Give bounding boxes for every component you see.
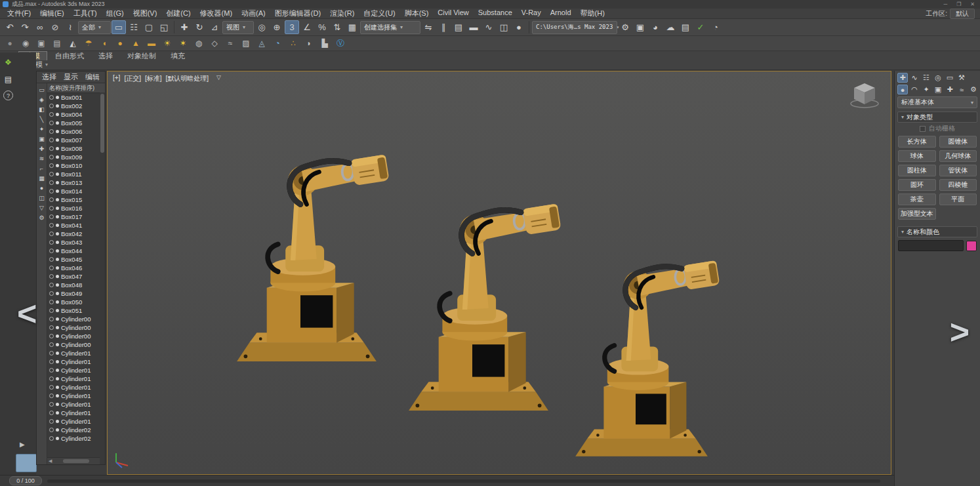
menu-item[interactable]: Substance: [474, 9, 517, 18]
visibility-eye-icon[interactable]: [49, 240, 54, 245]
object-name[interactable]: Box041: [61, 222, 82, 229]
ribbon-tab[interactable]: 对象绘制: [121, 52, 163, 60]
umbrella-light-icon[interactable]: ☂: [81, 37, 96, 50]
explorer-menu-item[interactable]: 显示: [64, 72, 78, 82]
schematic-view-icon[interactable]: ◫: [497, 20, 511, 34]
list-item[interactable]: Box009: [47, 153, 105, 161]
menu-item[interactable]: 脚本(S): [400, 9, 434, 18]
visibility-eye-icon[interactable]: [49, 342, 54, 347]
visibility-eye-icon[interactable]: [49, 266, 54, 270]
object-name-field[interactable]: [898, 240, 964, 251]
object-name[interactable]: Cylinder01: [61, 375, 91, 382]
selection-region-icon[interactable]: ▢: [142, 20, 156, 34]
time-slider-track[interactable]: [47, 479, 880, 483]
spinner-snap-icon[interactable]: ⇅: [330, 20, 344, 34]
list-item[interactable]: Box051: [47, 306, 105, 315]
cameras-category-icon[interactable]: ▣: [933, 85, 943, 94]
object-name[interactable]: Box042: [61, 230, 82, 237]
object-name[interactable]: Box013: [61, 179, 82, 186]
layer-explorer-icon[interactable]: ▤: [451, 20, 466, 34]
visibility-eye-icon[interactable]: [49, 104, 54, 108]
menu-item[interactable]: Arnold: [546, 9, 576, 18]
visibility-eye-icon[interactable]: [49, 308, 54, 313]
object-name[interactable]: Box002: [61, 102, 82, 110]
list-item[interactable]: Cylinder01: [47, 417, 105, 426]
display-helpers-icon[interactable]: ✚: [37, 144, 46, 153]
display-lights-icon[interactable]: ✦: [37, 125, 46, 133]
helpers-category-icon[interactable]: ✚: [945, 85, 955, 94]
visibility-eye-icon[interactable]: [49, 300, 54, 304]
display-geometry-icon[interactable]: ◧: [37, 105, 46, 113]
list-item[interactable]: Box047: [47, 272, 105, 281]
object-name[interactable]: Box009: [61, 153, 82, 161]
ribbon-tab[interactable]: 选择: [92, 52, 119, 60]
list-item[interactable]: Box005: [47, 119, 105, 127]
menu-item[interactable]: Civil View: [433, 9, 473, 18]
object-name[interactable]: Cylinder00: [61, 341, 91, 348]
marker-icon[interactable]: ◉: [18, 37, 33, 50]
object-name[interactable]: Cylinder00: [61, 315, 91, 323]
visibility-eye-icon[interactable]: [49, 325, 54, 330]
list-item[interactable]: Cylinder01: [47, 409, 105, 417]
object-name[interactable]: Cylinder01: [61, 409, 91, 416]
menu-item[interactable]: 组(G): [102, 9, 129, 18]
menu-item[interactable]: 编辑(E): [35, 9, 69, 18]
visibility-eye-icon[interactable]: [49, 274, 54, 279]
list-item[interactable]: Box046: [47, 264, 105, 272]
view-cube[interactable]: [847, 79, 882, 110]
scrollbar-thumb[interactable]: [63, 459, 89, 463]
prism-icon[interactable]: ◭: [66, 37, 80, 50]
robot-arm-models[interactable]: [108, 71, 891, 474]
menu-item[interactable]: 渲染(R): [325, 9, 359, 18]
list-item[interactable]: Box010: [47, 161, 105, 170]
menu-item[interactable]: 修改器(M): [195, 9, 237, 18]
viewport-label[interactable]: [正交]: [124, 74, 141, 83]
visibility-eye-icon[interactable]: [49, 121, 54, 125]
hatch-box-icon[interactable]: ▨: [239, 37, 253, 50]
list-item[interactable]: Cylinder00: [47, 340, 105, 349]
object-name[interactable]: Box010: [61, 162, 82, 169]
object-name[interactable]: Cylinder02: [61, 426, 91, 434]
list-item[interactable]: Box044: [47, 247, 105, 255]
robot-arm-1[interactable]: [237, 154, 390, 361]
primitive-button[interactable]: 圆柱体: [898, 165, 936, 176]
help-icon[interactable]: ?: [3, 91, 13, 100]
primitive-button[interactable]: 四棱锥: [939, 179, 977, 191]
visibility-eye-icon[interactable]: [49, 351, 54, 355]
visibility-eye-icon[interactable]: [49, 257, 54, 262]
workspace-value[interactable]: 默认: [950, 9, 975, 19]
list-item[interactable]: Cylinder02: [47, 434, 105, 443]
list-item[interactable]: Box045: [47, 255, 105, 264]
material-editor-icon[interactable]: ●: [512, 20, 526, 34]
rollout-header[interactable]: 名称和颜色: [897, 226, 977, 237]
window-crossing-icon[interactable]: ◱: [157, 20, 171, 34]
visibility-eye-icon[interactable]: [49, 249, 54, 253]
undo-icon[interactable]: ↶: [3, 20, 17, 34]
mirror-icon[interactable]: ⇋: [421, 20, 436, 34]
ribbon-tab[interactable]: 填充: [164, 52, 192, 60]
display-bones-icon[interactable]: ⌐: [37, 164, 46, 172]
bind-to-spacewarp-icon[interactable]: ≀: [63, 20, 77, 34]
explorer-settings-icon[interactable]: ⚙: [37, 213, 46, 222]
star-light-icon[interactable]: ✶: [176, 37, 190, 50]
visibility-eye-icon[interactable]: [49, 138, 54, 142]
visibility-eye-icon[interactable]: [49, 172, 54, 176]
primitive-button[interactable]: 圆环: [898, 179, 936, 191]
align-icon[interactable]: ∥: [436, 20, 451, 34]
camera-tool-icon[interactable]: ▣: [34, 37, 49, 50]
list-item[interactable]: Box041: [47, 221, 105, 230]
object-name[interactable]: Box011: [61, 171, 82, 178]
object-name[interactable]: Cylinder01: [61, 367, 91, 374]
list-item[interactable]: Cylinder01: [47, 349, 105, 357]
display-cameras-icon[interactable]: ▣: [37, 134, 46, 143]
display-containers-icon[interactable]: ▦: [37, 174, 46, 182]
render-gallery-icon[interactable]: ▤: [678, 20, 693, 34]
select-and-link-icon[interactable]: ∞: [33, 20, 47, 34]
previous-overlay-arrow[interactable]: <: [17, 296, 37, 331]
object-name[interactable]: Box006: [61, 128, 82, 135]
motion-tab-icon[interactable]: ◎: [933, 73, 943, 83]
use-pivot-center-icon[interactable]: ◎: [255, 20, 269, 34]
lock-explorer-icon[interactable]: ◈: [37, 95, 46, 104]
visibility-eye-icon[interactable]: [49, 197, 54, 202]
object-name[interactable]: Box015: [61, 196, 82, 203]
